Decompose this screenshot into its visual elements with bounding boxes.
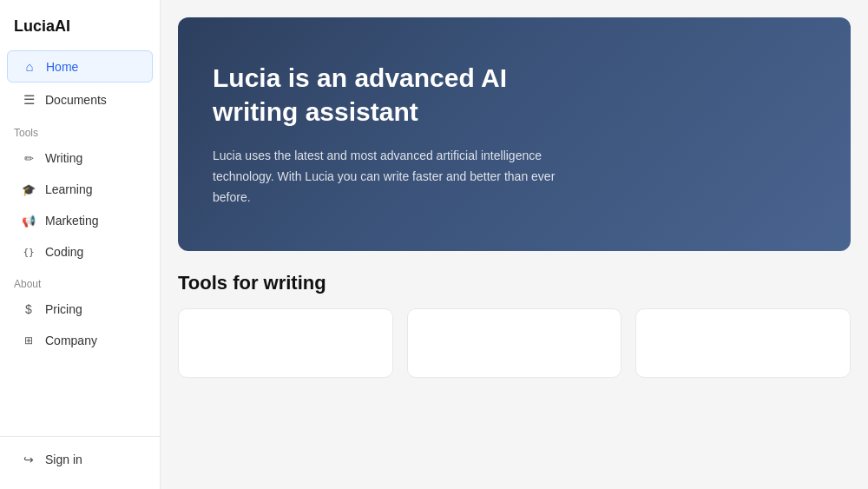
sidebar-item-label-home: Home (46, 60, 78, 74)
sidebar: LuciaAI ⌂ Home ☰ Documents Tools ✏ Writi… (0, 0, 161, 489)
sidebar-item-documents[interactable]: ☰ Documents (7, 84, 153, 116)
sidebar-item-label-documents: Documents (45, 93, 107, 107)
writing-icon: ✏ (21, 152, 36, 165)
home-icon: ⌂ (22, 59, 37, 74)
sidebar-item-label-coding: Coding (45, 245, 83, 259)
tools-grid (178, 308, 851, 378)
app-logo: LuciaAI (0, 14, 160, 50)
sidebar-bottom: ↪ Sign in (0, 436, 160, 475)
marketing-icon: 📢 (21, 215, 36, 228)
tool-card-3[interactable] (635, 308, 851, 378)
sidebar-item-home[interactable]: ⌂ Home (7, 50, 153, 83)
sign-in-button[interactable]: ↪ Sign in (7, 445, 153, 474)
sidebar-item-label-company: Company (45, 334, 97, 347)
sidebar-item-marketing[interactable]: 📢 Marketing (7, 206, 153, 235)
tools-section-label: Tools (0, 116, 160, 142)
sidebar-item-label-pricing: Pricing (45, 302, 82, 316)
pricing-icon: $ (21, 302, 36, 316)
sign-in-label: Sign in (45, 453, 82, 466)
tools-section-title: Tools for writing (178, 272, 851, 294)
sidebar-item-company[interactable]: ⊞ Company (7, 326, 153, 355)
coding-icon: {} (21, 247, 36, 258)
sidebar-item-writing[interactable]: ✏ Writing (7, 143, 153, 173)
tool-card-1[interactable] (178, 308, 393, 378)
sidebar-item-pricing[interactable]: $ Pricing (7, 294, 153, 324)
sidebar-item-label-marketing: Marketing (45, 214, 98, 228)
sign-in-icon: ↪ (21, 453, 36, 466)
tool-card-2[interactable] (407, 308, 622, 378)
hero-title: Lucia is an advanced AI writing assistan… (213, 61, 577, 129)
main-content: Lucia is an advanced AI writing assistan… (161, 0, 868, 489)
hero-card: Lucia is an advanced AI writing assistan… (178, 17, 851, 251)
hero-description: Lucia uses the latest and most advanced … (213, 146, 586, 208)
document-icon: ☰ (21, 92, 36, 108)
sidebar-item-coding[interactable]: {} Coding (7, 237, 153, 267)
company-icon: ⊞ (21, 334, 36, 347)
sidebar-item-label-learning: Learning (45, 182, 93, 196)
sidebar-item-learning[interactable]: 🎓 Learning (7, 175, 153, 204)
sidebar-item-label-writing: Writing (45, 151, 82, 165)
learning-icon: 🎓 (21, 183, 36, 196)
about-section-label: About (0, 268, 160, 294)
